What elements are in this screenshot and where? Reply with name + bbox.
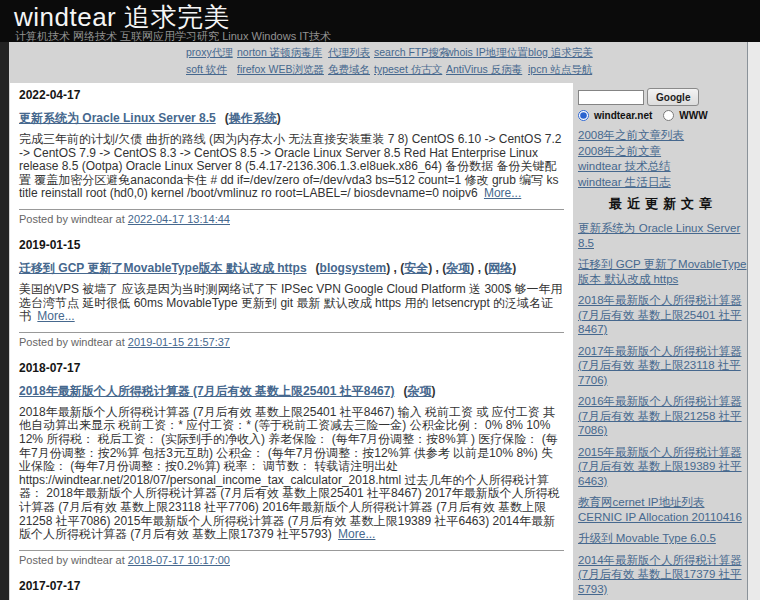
sidebar: Google windtear.netWWW 2008年之前文章列表2008年之… [578, 88, 748, 600]
nav-link-1-3[interactable]: typeset 仿古文 [374, 63, 446, 75]
posts-column: 2022-04-17更新系统为 Oracle Linux Server 8.5(… [10, 83, 573, 600]
category-link[interactable]: 网络 [488, 261, 512, 275]
post-title-link[interactable]: 迁移到 GCP 更新了MovableType版本 默认改成 https [19, 261, 307, 275]
recent-posts-header: 最近更新文章 [578, 195, 748, 213]
search-input[interactable] [578, 90, 644, 105]
post-date: 2019-01-15 [19, 238, 564, 252]
recent-post-link-2[interactable]: 2018年最新版个人所得税计算器 (7月后有效 基数上限25401 社平8467… [578, 293, 748, 337]
nav-link-0-0[interactable]: proxy代理 [186, 46, 237, 58]
post-date: 2018-07-17 [19, 361, 564, 375]
post: 2018-07-172018年最新版个人所得税计算器 (7月后有效 基数上限25… [19, 361, 564, 566]
radio-label: WWW [679, 110, 707, 121]
post-footer: Posted by windtear at 2019-01-15 21:57:3… [19, 332, 564, 348]
radio-windtear-net[interactable] [578, 110, 589, 121]
recent-posts-list: 更新系统为 Oracle Linux Server 8.5迁移到 GCP 更新了… [578, 221, 748, 600]
left-edge-strip [0, 0, 9, 600]
site-subtitle: 计算机技术 网络技术 互联网应用学习研究 Linux Windows IT技术 [0, 30, 760, 42]
site-search-form: Google [578, 88, 748, 106]
post: 2019-01-15迁移到 GCP 更新了MovableType版本 默认改成 … [19, 238, 564, 348]
nav-link-1-4[interactable]: AntiVirus 反病毒 [446, 63, 528, 75]
nav-link-1-2[interactable]: 免费域名 [328, 63, 374, 75]
category-link[interactable]: 杂项 [446, 261, 470, 275]
nav-link-0-2[interactable]: 代理列表 [328, 46, 374, 58]
recent-post-link-5[interactable]: 2015年最新版个人所得税计算器 (7月后有效 基数上限19389 社平6463… [578, 445, 748, 489]
radio-label: windtear.net [594, 110, 652, 121]
post: 2017-07-172017年最新版个人所得税计算器 (7月后有效 基数上限23… [19, 579, 564, 600]
more-link[interactable]: More... [484, 186, 521, 200]
recent-post-link-0[interactable]: 更新系统为 Oracle Linux Server 8.5 [578, 221, 748, 250]
post-date: 2022-04-17 [19, 88, 564, 102]
nav-link-0-5[interactable]: blog 追求完美 [528, 46, 593, 58]
sidebar-link-0[interactable]: 2008年之前文章列表 [578, 128, 748, 144]
nav-link-1-5[interactable]: ipcn 站点导航 [528, 63, 593, 75]
sidebar-link-3[interactable]: windtear 生活日志 [578, 175, 748, 191]
post-title-link[interactable]: 2018年最新版个人所得税计算器 (7月后有效 基数上限25401 社平8467… [19, 384, 394, 398]
post-timestamp-link[interactable]: 2018-07-17 10:17:00 [128, 554, 230, 566]
post-categories: (操作系统) [225, 111, 281, 125]
page-right-gutter [747, 40, 760, 600]
post-title-row: 2018年最新版个人所得税计算器 (7月后有效 基数上限25401 社平8467… [19, 383, 564, 400]
post-body: 美国的VPS 被墙了 应该是因为当时测网络试了下 IPSec VPN Googl… [19, 283, 564, 324]
sidebar-links: 2008年之前文章列表2008年之前文章windtear 技术总结windtea… [578, 128, 748, 190]
category-link[interactable]: 杂项 [407, 384, 431, 398]
category-link[interactable]: 安全 [404, 261, 428, 275]
post-categories: (blogsystem) , (安全) , (杂项) , (网络) [316, 261, 517, 275]
recent-post-link-6[interactable]: 教育网cernet IP地址列表 CERNIC IP Allocation 20… [578, 495, 748, 524]
recent-post-link-1[interactable]: 迁移到 GCP 更新了MovableType版本 默认改成 https [578, 257, 748, 286]
sidebar-link-2[interactable]: windtear 技术总结 [578, 159, 748, 175]
nav-link-1-1[interactable]: firefox WEB浏览器 [237, 63, 328, 75]
recent-post-link-8[interactable]: 2014年最新版个人所得税计算器 (7月后有效 基数上限17379 社平5793… [578, 553, 748, 597]
nav-link-0-3[interactable]: search FTP搜索 [374, 46, 446, 58]
nav-link-0-4[interactable]: whois IP地理位置 [446, 46, 528, 58]
nav-link-0-1[interactable]: norton 诺顿病毒库 [237, 46, 328, 58]
post-title-link[interactable]: 更新系统为 Oracle Linux Server 8.5 [19, 111, 216, 125]
recent-post-link-7[interactable]: 升级到 Movable Type 6.0.5 [578, 531, 748, 546]
search-scope-radios: windtear.netWWW [578, 110, 748, 121]
post-body: 2018年最新版个人所得税计算器 (7月后有效 基数上限25401 社平8467… [19, 406, 564, 542]
site-title[interactable]: windtear 追求完美 [0, 0, 760, 30]
post-date: 2017-07-17 [19, 579, 564, 593]
post-footer: Posted by windtear at 2018-07-17 10:17:0… [19, 550, 564, 566]
post: 2022-04-17更新系统为 Oracle Linux Server 8.5(… [19, 88, 564, 225]
post-title-row: 迁移到 GCP 更新了MovableType版本 默认改成 https(blog… [19, 260, 564, 277]
nav-link-1-0[interactable]: soft 软件 [186, 63, 237, 75]
post-timestamp-link[interactable]: 2019-01-15 21:57:37 [128, 336, 230, 348]
post-title-row: 更新系统为 Oracle Linux Server 8.5(操作系统) [19, 110, 564, 127]
category-link[interactable]: blogsystem [320, 261, 387, 275]
radio-www[interactable] [663, 110, 674, 121]
more-link[interactable]: More... [338, 527, 375, 541]
more-link[interactable]: More... [37, 309, 74, 323]
post-categories: (杂项) [403, 384, 435, 398]
post-footer: Posted by windtear at 2022-04-17 13:14:4… [19, 209, 564, 225]
category-link[interactable]: 操作系统 [229, 111, 277, 125]
recent-post-link-4[interactable]: 2016年最新版个人所得税计算器 (7月后有效 基数上限21258 社平7086… [578, 394, 748, 438]
top-nav: proxy代理norton 诺顿病毒库代理列表search FTP搜索whois… [186, 46, 593, 75]
recent-post-link-3[interactable]: 2017年最新版个人所得税计算器 (7月后有效 基数上限23118 社平7706… [578, 344, 748, 388]
sidebar-link-1[interactable]: 2008年之前文章 [578, 144, 748, 160]
post-body: 完成三年前的计划/欠债 曲折的路线 (因为内存太小 无法直接安装重装 7 8) … [19, 133, 564, 201]
google-search-button[interactable]: Google [647, 88, 699, 106]
masthead: windtear 追求完美 计算机技术 网络技术 互联网应用学习研究 Linux… [0, 0, 760, 42]
post-timestamp-link[interactable]: 2022-04-17 13:14:44 [128, 213, 230, 225]
